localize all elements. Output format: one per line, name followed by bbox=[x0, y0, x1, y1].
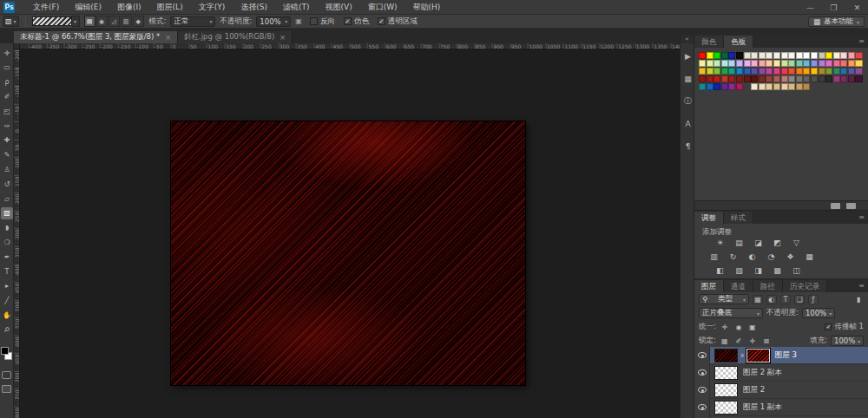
quick-mask-button[interactable] bbox=[2, 371, 11, 379]
color-swatch[interactable] bbox=[736, 60, 743, 67]
layer-row[interactable]: ∞图层 3 bbox=[694, 347, 868, 364]
gradient-preview-swatch[interactable] bbox=[32, 16, 72, 26]
color-swatch[interactable] bbox=[796, 83, 803, 90]
history-brush-tool[interactable]: ↺ bbox=[1, 178, 13, 190]
color-swatch[interactable] bbox=[751, 75, 758, 82]
color-swatch[interactable] bbox=[744, 60, 751, 67]
color-swatch[interactable] bbox=[773, 68, 780, 75]
document-canvas[interactable] bbox=[171, 121, 525, 385]
color-swatch[interactable] bbox=[788, 75, 795, 82]
color-swatch[interactable] bbox=[781, 68, 788, 75]
healing-brush-tool[interactable]: ✚ bbox=[1, 134, 13, 147]
curves-icon[interactable]: ◪ bbox=[752, 238, 765, 248]
color-swatch[interactable] bbox=[699, 52, 706, 59]
color-swatch[interactable] bbox=[796, 52, 803, 59]
filter-pixel-layers-icon[interactable]: ▦ bbox=[753, 295, 763, 304]
color-swatch[interactable] bbox=[833, 60, 840, 67]
layer-row[interactable]: 图层 1 副本 bbox=[694, 399, 868, 416]
crop-tool[interactable]: ◰ bbox=[1, 105, 13, 117]
radial-gradient-button[interactable]: ◉ bbox=[96, 16, 108, 27]
type-tool[interactable]: T bbox=[1, 265, 13, 278]
selective-color-icon[interactable]: ◫ bbox=[790, 265, 803, 276]
tool-preset-picker[interactable]: ▧ ▾ bbox=[3, 16, 19, 27]
menu-item[interactable]: 视图(V) bbox=[317, 0, 359, 15]
color-swatch[interactable] bbox=[803, 68, 810, 75]
color-swatch[interactable] bbox=[796, 68, 803, 75]
mode-select[interactable]: 正常▾ bbox=[170, 16, 215, 27]
channel-mixer-icon[interactable]: ❖ bbox=[784, 251, 797, 262]
color-swatch[interactable] bbox=[766, 60, 773, 67]
color-swatch[interactable] bbox=[848, 68, 855, 75]
color-swatch[interactable] bbox=[781, 60, 788, 67]
dither-checkbox-box[interactable]: ✓ bbox=[344, 17, 352, 25]
swatches-tab[interactable]: 颜色 bbox=[694, 36, 724, 48]
color-swatch[interactable] bbox=[751, 68, 758, 75]
adjustments-tab[interactable]: 样式 bbox=[724, 212, 753, 224]
color-swatch[interactable] bbox=[811, 60, 818, 67]
color-swatch[interactable] bbox=[825, 68, 832, 75]
color-swatch[interactable] bbox=[721, 52, 728, 59]
color-swatch[interactable] bbox=[833, 75, 840, 82]
layer-thumbnail[interactable] bbox=[714, 366, 738, 380]
color-swatch[interactable] bbox=[803, 60, 810, 67]
history-panel-icon[interactable]: ▦ bbox=[681, 71, 695, 86]
color-swatch[interactable] bbox=[840, 52, 847, 59]
color-swatch[interactable] bbox=[766, 52, 773, 59]
opacity-select[interactable]: 100%▾ bbox=[256, 16, 291, 27]
panel-menu-icon[interactable]: ≡ bbox=[858, 213, 865, 221]
lock-transparency-icon[interactable]: ▦ bbox=[720, 337, 730, 345]
color-swatch[interactable] bbox=[721, 68, 728, 75]
color-swatch[interactable] bbox=[788, 68, 795, 75]
lasso-tool[interactable]: ρ bbox=[1, 76, 13, 88]
move-tool[interactable]: ✛ bbox=[1, 47, 13, 59]
panel-options-icon[interactable] bbox=[846, 203, 856, 209]
color-swatch[interactable] bbox=[759, 68, 766, 75]
color-swatch[interactable] bbox=[721, 83, 728, 90]
color-swatch[interactable] bbox=[803, 83, 810, 90]
color-swatch[interactable] bbox=[796, 60, 803, 67]
layer-visibility-toggle[interactable] bbox=[694, 399, 710, 416]
gradient-picker-arrow-icon[interactable]: ▾ bbox=[72, 16, 80, 27]
color-swatch[interactable] bbox=[707, 60, 713, 67]
diamond-gradient-button[interactable]: ◆ bbox=[133, 16, 144, 27]
brightness-contrast-icon[interactable]: ☀ bbox=[713, 238, 727, 248]
paragraph-panel-icon[interactable]: ¶ bbox=[681, 139, 695, 153]
color-swatch[interactable] bbox=[751, 60, 758, 67]
color-swatch[interactable] bbox=[825, 60, 832, 67]
color-swatch[interactable] bbox=[811, 68, 818, 75]
color-swatch[interactable] bbox=[759, 75, 766, 82]
pen-tool[interactable]: ✒ bbox=[1, 251, 13, 263]
transparency-checkbox-box[interactable]: ✓ bbox=[378, 17, 385, 25]
color-lookup-icon[interactable]: ▦ bbox=[803, 251, 816, 262]
filter-smart-objects-icon[interactable]: ƒ bbox=[808, 295, 819, 304]
black-white-icon[interactable]: ◐ bbox=[746, 251, 759, 262]
color-swatch[interactable] bbox=[819, 52, 825, 59]
dither-checkbox[interactable]: ✓仿色 bbox=[344, 16, 369, 27]
close-button[interactable]: ✕ bbox=[852, 3, 863, 12]
restore-button[interactable]: ❐ bbox=[828, 3, 839, 12]
layer-filter-kind-select[interactable]: ⚲类型▾ bbox=[699, 294, 749, 304]
actions-panel-icon[interactable]: ▶ bbox=[681, 49, 695, 63]
hue-saturation-icon[interactable]: ▥ bbox=[707, 251, 720, 262]
color-swatch[interactable] bbox=[728, 60, 735, 67]
vertical-ruler[interactable]: -200-150-100-500501001502002503003504004… bbox=[14, 49, 20, 418]
color-balance-icon[interactable]: ↻ bbox=[727, 251, 740, 262]
color-swatch[interactable] bbox=[819, 60, 825, 67]
color-swatch[interactable] bbox=[781, 52, 788, 59]
color-swatch[interactable] bbox=[848, 60, 855, 67]
posterize-icon[interactable]: ▨ bbox=[733, 265, 746, 276]
unify-visibility-icon[interactable]: ◉ bbox=[733, 323, 744, 331]
filter-type-layers-icon[interactable]: T bbox=[780, 295, 791, 304]
color-swatch[interactable] bbox=[855, 75, 862, 82]
screen-mode-button[interactable] bbox=[2, 385, 11, 393]
color-swatch[interactable] bbox=[855, 68, 862, 75]
tab-close-icon[interactable]: × bbox=[279, 34, 286, 42]
color-swatch[interactable] bbox=[759, 83, 766, 90]
menu-item[interactable]: 滤镜(T) bbox=[275, 0, 318, 15]
brush-tool[interactable]: ✎ bbox=[1, 149, 13, 161]
dodge-tool[interactable]: ❍ bbox=[1, 236, 13, 248]
layer-thumbnail[interactable] bbox=[714, 349, 738, 362]
color-swatch[interactable] bbox=[773, 60, 780, 67]
color-swatch[interactable] bbox=[788, 60, 795, 67]
color-swatch[interactable] bbox=[699, 75, 706, 82]
